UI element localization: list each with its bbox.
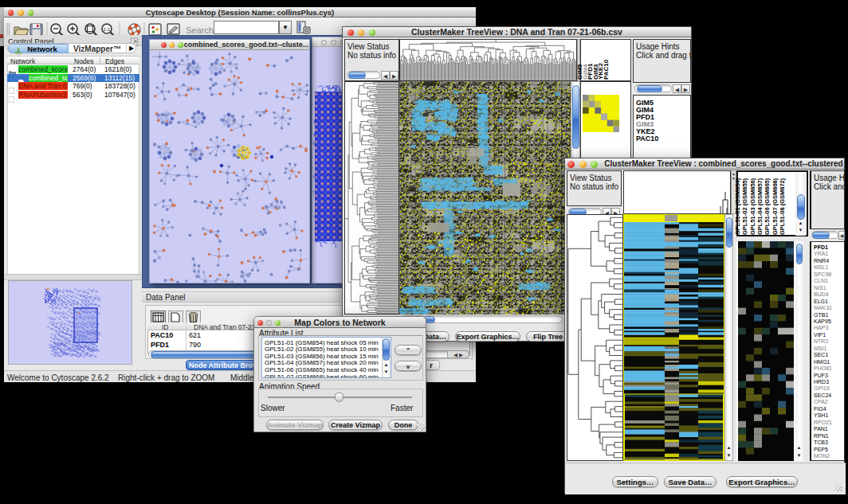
svg-text:1:1: 1:1: [104, 27, 111, 32]
svg-text:Search:: Search:: [186, 25, 216, 35]
